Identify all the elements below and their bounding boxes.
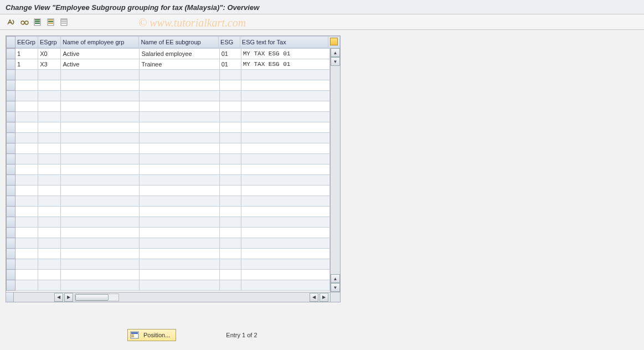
- hscroll-prev-icon[interactable]: ▶: [64, 293, 73, 302]
- cell-empty[interactable]: [140, 238, 219, 249]
- cell-empty[interactable]: [38, 207, 61, 217]
- scroll-down-icon[interactable]: ▼: [331, 57, 340, 66]
- cell-empty[interactable]: [241, 238, 329, 249]
- cell-empty[interactable]: [16, 186, 38, 196]
- cell-empty[interactable]: [219, 217, 241, 228]
- cell-empty[interactable]: [61, 186, 140, 196]
- cell-empty[interactable]: [38, 164, 61, 175]
- scroll-track[interactable]: [331, 66, 340, 274]
- cell-empty[interactable]: [140, 270, 219, 280]
- cell-empty[interactable]: [16, 80, 38, 91]
- cell-empty[interactable]: [219, 196, 241, 207]
- cell-empty[interactable]: [61, 249, 140, 259]
- cell-empty[interactable]: [38, 196, 61, 207]
- cell[interactable]: MY TAX ESG 01: [241, 59, 329, 70]
- cell-empty[interactable]: [61, 101, 140, 112]
- cell-empty[interactable]: [241, 143, 329, 154]
- cell-empty[interactable]: [38, 280, 61, 291]
- deselect-all-icon[interactable]: [59, 17, 70, 28]
- cell-empty[interactable]: [61, 80, 140, 91]
- table-config-button[interactable]: [328, 37, 340, 48]
- cell-empty[interactable]: [61, 259, 140, 270]
- cell-empty[interactable]: [38, 228, 61, 238]
- cell-empty[interactable]: [219, 154, 241, 164]
- cell-empty[interactable]: [140, 249, 219, 259]
- other-view-icon[interactable]: [6, 17, 17, 28]
- row-selector[interactable]: [7, 259, 16, 270]
- cell-empty[interactable]: [16, 249, 38, 259]
- cell-empty[interactable]: [61, 112, 140, 122]
- cell-empty[interactable]: [38, 270, 61, 280]
- row-selector[interactable]: [7, 164, 16, 175]
- cell-empty[interactable]: [241, 186, 329, 196]
- cell[interactable]: Active: [61, 49, 140, 59]
- cell[interactable]: X3: [38, 59, 61, 70]
- row-selector[interactable]: [7, 122, 16, 133]
- cell[interactable]: 01: [219, 49, 241, 59]
- cell-empty[interactable]: [219, 101, 241, 112]
- cell-empty[interactable]: [241, 175, 329, 186]
- cell-empty[interactable]: [61, 196, 140, 207]
- cell-empty[interactable]: [140, 228, 219, 238]
- cell-empty[interactable]: [38, 175, 61, 186]
- cell-empty[interactable]: [61, 91, 140, 101]
- cell-empty[interactable]: [140, 164, 219, 175]
- row-selector[interactable]: [7, 196, 16, 207]
- cell-empty[interactable]: [38, 249, 61, 259]
- cell-empty[interactable]: [140, 101, 219, 112]
- cell-empty[interactable]: [219, 259, 241, 270]
- cell-empty[interactable]: [16, 101, 38, 112]
- cell-empty[interactable]: [219, 80, 241, 91]
- row-selector[interactable]: [7, 133, 16, 143]
- cell-empty[interactable]: [241, 270, 329, 280]
- cell-empty[interactable]: [61, 228, 140, 238]
- cell-empty[interactable]: [38, 238, 61, 249]
- row-selector[interactable]: [7, 101, 16, 112]
- cell-empty[interactable]: [219, 112, 241, 122]
- row-selector[interactable]: [7, 91, 16, 101]
- hscroll-thumb[interactable]: [75, 294, 109, 301]
- cell-empty[interactable]: [241, 259, 329, 270]
- cell-empty[interactable]: [241, 91, 329, 101]
- cell-empty[interactable]: [38, 80, 61, 91]
- cell-empty[interactable]: [38, 91, 61, 101]
- cell-empty[interactable]: [219, 143, 241, 154]
- cell-empty[interactable]: [16, 154, 38, 164]
- cell-empty[interactable]: [16, 196, 38, 207]
- cell-empty[interactable]: [219, 70, 241, 80]
- cell-empty[interactable]: [38, 143, 61, 154]
- cell-empty[interactable]: [219, 164, 241, 175]
- scroll-down2-icon[interactable]: ▼: [331, 283, 340, 292]
- col-eegrp[interactable]: EEGrp: [15, 37, 38, 48]
- cell-empty[interactable]: [61, 133, 140, 143]
- cell-empty[interactable]: [241, 154, 329, 164]
- cell-empty[interactable]: [219, 207, 241, 217]
- cell-empty[interactable]: [61, 280, 140, 291]
- cell-empty[interactable]: [61, 164, 140, 175]
- cell-empty[interactable]: [38, 122, 61, 133]
- cell-empty[interactable]: [140, 112, 219, 122]
- cell-empty[interactable]: [16, 70, 38, 80]
- cell-empty[interactable]: [140, 122, 219, 133]
- cell-empty[interactable]: [241, 249, 329, 259]
- cell-empty[interactable]: [16, 133, 38, 143]
- cell-empty[interactable]: [241, 280, 329, 291]
- cell-empty[interactable]: [61, 175, 140, 186]
- row-selector[interactable]: [7, 59, 16, 70]
- row-selector[interactable]: [7, 280, 16, 291]
- cell-empty[interactable]: [241, 122, 329, 133]
- row-selector[interactable]: [7, 70, 16, 80]
- cell-empty[interactable]: [16, 280, 38, 291]
- cell-empty[interactable]: [61, 207, 140, 217]
- cell-empty[interactable]: [140, 186, 219, 196]
- cell-empty[interactable]: [219, 91, 241, 101]
- cell-empty[interactable]: [140, 280, 219, 291]
- cell-empty[interactable]: [219, 186, 241, 196]
- row-selector[interactable]: [7, 175, 16, 186]
- cell-empty[interactable]: [38, 101, 61, 112]
- cell-empty[interactable]: [61, 154, 140, 164]
- cell-empty[interactable]: [61, 238, 140, 249]
- cell-empty[interactable]: [16, 122, 38, 133]
- cell-empty[interactable]: [16, 164, 38, 175]
- col-name-employee-grp[interactable]: Name of employee grp: [61, 37, 139, 48]
